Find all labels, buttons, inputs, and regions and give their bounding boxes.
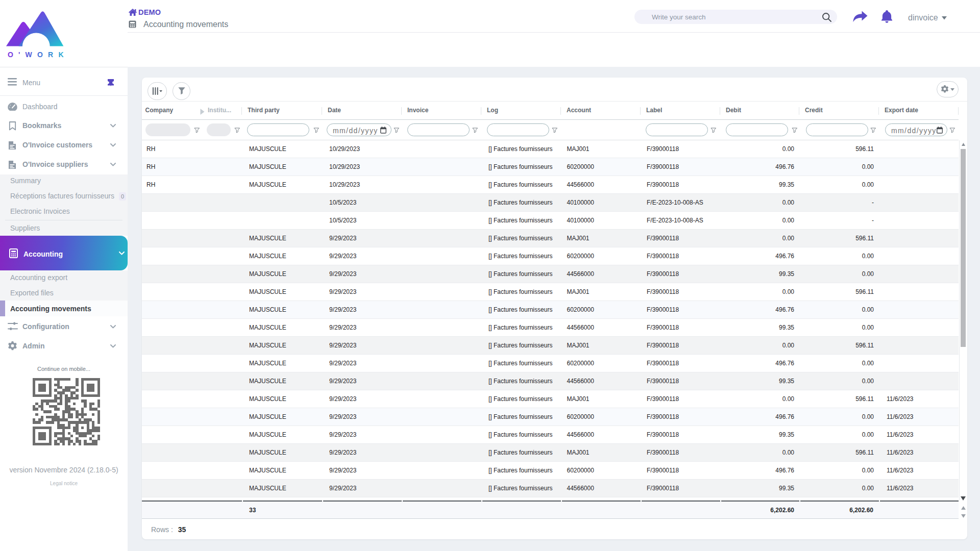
svg-text:O'WORK: O'WORK [8, 51, 68, 59]
